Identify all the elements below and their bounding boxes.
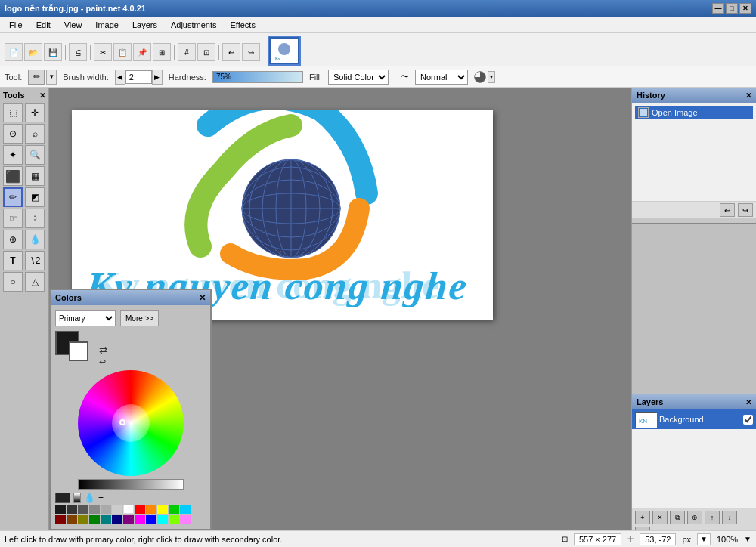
palette-swatch[interactable] xyxy=(55,515,66,524)
deselect-button[interactable]: # xyxy=(178,43,196,61)
document-tab[interactable]: Ky xyxy=(268,36,301,66)
palette-swatch[interactable] xyxy=(112,515,122,524)
gradient-tool[interactable]: ▦ xyxy=(25,166,45,186)
minimize-button[interactable]: — xyxy=(712,3,724,14)
swap-colors-icon[interactable]: ⇄ xyxy=(99,344,108,356)
pencil-tool[interactable]: ✏ xyxy=(3,187,23,207)
layers-close-icon[interactable]: ✕ xyxy=(745,398,751,406)
add-color-icon[interactable]: + xyxy=(98,493,104,503)
undo-history-button[interactable]: ↩ xyxy=(720,203,735,217)
palette-swatch[interactable] xyxy=(101,505,111,514)
palette-swatch[interactable] xyxy=(157,505,168,514)
brightness-slider[interactable] xyxy=(78,479,184,490)
new-button[interactable]: 📄 xyxy=(5,43,23,61)
add-layer-button[interactable]: + xyxy=(635,511,650,524)
rectangle-select-tool[interactable]: ⬚ xyxy=(3,103,23,122)
black-swatch[interactable] xyxy=(55,493,70,503)
reset-colors-icon[interactable]: ↩ xyxy=(99,357,108,367)
palette-swatch[interactable] xyxy=(135,515,145,524)
menu-adjustments[interactable]: Adjustments xyxy=(165,17,223,32)
layer-visibility-checkbox[interactable] xyxy=(743,415,753,425)
undo-button[interactable]: ↩ xyxy=(222,43,240,61)
fill-select[interactable]: Solid Color xyxy=(328,70,389,85)
merge-down-button[interactable]: ⊕ xyxy=(687,511,702,524)
palette-swatch[interactable] xyxy=(146,515,156,524)
menu-image[interactable]: Image xyxy=(89,17,125,32)
palette-swatch[interactable] xyxy=(157,515,168,524)
save-button[interactable]: 💾 xyxy=(44,43,62,61)
cut-button[interactable]: ✂ xyxy=(94,43,112,61)
menu-layers[interactable]: Layers xyxy=(126,17,163,32)
brush-tool[interactable]: ☞ xyxy=(3,209,23,228)
brush-width-input[interactable]: 2 xyxy=(125,70,152,84)
palette-swatch[interactable] xyxy=(67,515,77,524)
paste-button[interactable]: 📌 xyxy=(133,43,151,61)
secondary-color-swatch[interactable] xyxy=(69,341,88,361)
smudge-tool[interactable]: ⁘ xyxy=(25,209,45,228)
move-down-button[interactable]: ↓ xyxy=(722,511,737,524)
duplicate-layer-button[interactable]: ⧉ xyxy=(670,511,685,524)
copy-button[interactable]: 📋 xyxy=(113,43,132,61)
colors-close-icon[interactable]: ✕ xyxy=(199,293,206,303)
history-item[interactable]: Open Image xyxy=(635,106,753,119)
palette-swatch[interactable] xyxy=(180,515,191,524)
move-up-button[interactable]: ↑ xyxy=(705,511,720,524)
palette-swatch[interactable] xyxy=(89,515,100,524)
layer-row[interactable]: KN Background xyxy=(632,409,756,429)
history-close-icon[interactable]: ✕ xyxy=(745,91,751,100)
palette-swatch[interactable] xyxy=(180,505,191,514)
maximize-button[interactable]: □ xyxy=(726,3,738,14)
eyedropper-tool[interactable]: 💧 xyxy=(25,230,45,249)
close-button[interactable]: ✕ xyxy=(739,3,751,14)
palette-swatch[interactable] xyxy=(55,505,66,514)
print-button[interactable]: 🖨 xyxy=(69,43,87,61)
clone-stamp-tool[interactable]: ⊕ xyxy=(3,230,23,249)
polygon-tool[interactable]: △ xyxy=(25,272,45,292)
lasso-tool[interactable]: ⊙ xyxy=(3,124,23,144)
paste-into-button[interactable]: ⊞ xyxy=(153,43,171,61)
menu-edit[interactable]: Edit xyxy=(30,17,57,32)
palette-swatch[interactable] xyxy=(67,505,77,514)
zoom-in-tool[interactable]: 🔍 xyxy=(25,145,45,165)
move-tool[interactable]: ✛ xyxy=(25,103,45,122)
more-colors-button[interactable]: More >> xyxy=(120,310,159,326)
brush-width-spinner[interactable]: ◀ 2 ▶ xyxy=(115,70,163,85)
palette-swatch[interactable] xyxy=(123,505,134,514)
text-tool[interactable]: T xyxy=(3,251,23,270)
palette-swatch[interactable] xyxy=(169,505,179,514)
palette-swatch[interactable] xyxy=(123,515,134,524)
palette-swatch[interactable] xyxy=(101,515,111,524)
tools-close-icon[interactable]: ✕ xyxy=(39,91,45,100)
blend-mode-select[interactable]: Normal xyxy=(415,70,468,85)
redo-history-button[interactable]: ↪ xyxy=(738,203,753,217)
palette-swatch[interactable] xyxy=(135,505,145,514)
menu-file[interactable]: File xyxy=(3,17,29,32)
unit-dropdown[interactable]: ▼ xyxy=(697,533,711,545)
color-type-select[interactable]: Primary xyxy=(55,310,116,326)
open-button[interactable]: 📂 xyxy=(24,43,42,61)
magic-wand-tool[interactable]: ✦ xyxy=(3,145,23,165)
palette-swatch[interactable] xyxy=(89,505,100,514)
hardness-slider[interactable]: 75% xyxy=(212,71,303,83)
grayscale-swatch[interactable] xyxy=(73,493,81,503)
menu-effects[interactable]: Effects xyxy=(225,17,262,32)
palette-swatch[interactable] xyxy=(78,515,88,524)
zoom-tool[interactable]: ⌕ xyxy=(25,124,45,144)
paint-bucket-tool[interactable]: ⬛ xyxy=(3,166,23,186)
delete-layer-button[interactable]: ✕ xyxy=(652,511,668,524)
tool-selector[interactable]: ✏ ▼ xyxy=(28,70,57,85)
opacity-control[interactable]: ▼ xyxy=(474,71,495,83)
palette-swatch[interactable] xyxy=(146,505,156,514)
eraser-tool[interactable]: ◩ xyxy=(25,187,45,207)
select-all-button[interactable]: ⊡ xyxy=(197,43,215,61)
ellipse-tool[interactable]: ○ xyxy=(3,272,23,292)
eyedropper-icon[interactable]: 💧 xyxy=(84,493,95,503)
zoom-dropdown[interactable]: ▼ xyxy=(744,535,751,543)
color-wheel[interactable] xyxy=(78,370,184,476)
palette-swatch[interactable] xyxy=(169,515,179,524)
redo-button[interactable]: ↪ xyxy=(242,43,260,61)
menu-view[interactable]: View xyxy=(58,17,88,32)
palette-swatch[interactable] xyxy=(112,505,122,514)
shape-tool[interactable]: ∖2 xyxy=(25,251,45,270)
palette-swatch[interactable] xyxy=(78,505,88,514)
